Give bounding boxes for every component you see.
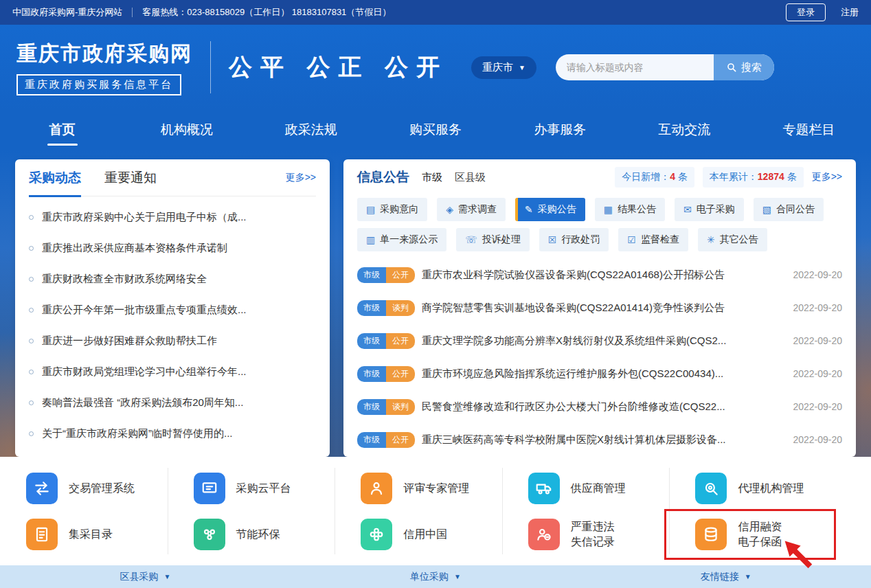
news-text: 重庆市政府采购中心关于启用电子中标（成...: [42, 211, 247, 224]
news-text: 重庆公开今年第一批市级重点专项重点绩效...: [42, 304, 247, 317]
service-expert-management[interactable]: 评审专家管理: [335, 465, 502, 511]
region-selector[interactable]: 重庆市 ▼: [471, 56, 536, 79]
filter-procurement-announcement[interactable]: ✎采购公告: [515, 198, 585, 221]
pointer-arrow-icon: [782, 538, 813, 569]
register-link[interactable]: 注册: [841, 6, 859, 19]
nav-item-organization[interactable]: 机构概况: [124, 113, 249, 147]
page: 中国政府采购网-重庆分网站 客服热线：023-88158029（工作日） 181…: [0, 0, 871, 588]
nav-item-regulations[interactable]: 政采法规: [249, 113, 373, 147]
hotline-text: 客服热线：023-88158029（工作日） 18183107831（节假日）: [142, 6, 391, 19]
news-item[interactable]: 关于“重庆市政府采购网”临时暂停使用的...: [29, 418, 316, 449]
filter-other-announcements[interactable]: ✳其它公告: [698, 228, 767, 251]
search-bar: 搜索: [556, 54, 774, 80]
announcement-title: 重庆市环境应急风险指挥系统运行维护服务外包(CQS22C00434)...: [422, 368, 784, 381]
filter-complaint-handling[interactable]: ☏投诉处理: [456, 228, 530, 251]
filter-result-announcement[interactable]: ▦结果公告: [595, 198, 665, 221]
footer-district-procurement[interactable]: 区县采购▼: [120, 571, 170, 583]
filter-row-2: ▥单一来源公示 ☏投诉处理 ☒行政处罚 ☑监督检查 ✳其它公告: [357, 228, 842, 251]
site-logo[interactable]: 重庆市政府采购网 重庆政府购买服务信息平台: [16, 40, 192, 95]
filter-label: 其它公告: [720, 234, 758, 246]
news-text: 奏响普法最强音 “政府采购法颁布20周年知...: [42, 396, 243, 409]
login-button[interactable]: 登录: [786, 3, 826, 21]
today-unit: 条: [675, 171, 688, 182]
total-unit: 条: [784, 171, 797, 182]
tab-important-notice[interactable]: 重要通知: [104, 159, 157, 196]
magnifier-icon: [695, 473, 727, 504]
document-icon: [26, 519, 58, 550]
news-item[interactable]: 奏响普法最强音 “政府采购法颁布20周年知...: [29, 387, 316, 418]
filter-contract-announcement[interactable]: ▧合同公告: [754, 198, 824, 221]
nav-item-home[interactable]: 首页: [0, 113, 124, 147]
announcement-row[interactable]: 市级公开 重庆文理学院多功能高分辨率X射线衍射仪及系统组件采购(CQS2... …: [357, 324, 842, 357]
level-badge: 市级: [357, 300, 386, 316]
level-badge: 市级: [357, 267, 386, 283]
news-more-link[interactable]: 更多>>: [286, 172, 316, 184]
service-eco-friendly[interactable]: 节能环保: [168, 511, 335, 557]
service-label: 交易管理系统: [69, 481, 135, 496]
divider: [168, 468, 168, 554]
nav-item-purchase-services[interactable]: 购买服务: [373, 113, 497, 147]
news-item[interactable]: 重庆市财政局党组理论学习中心组举行今年...: [29, 357, 316, 387]
divider: [132, 8, 133, 17]
filter-icon: ✳: [707, 234, 715, 245]
tab-city-level[interactable]: 市级: [422, 171, 442, 184]
filter-supervision-inspection[interactable]: ☑监督检查: [618, 228, 688, 251]
bullet-icon: [29, 246, 34, 251]
bullet-icon: [29, 400, 34, 405]
divider: [335, 468, 335, 554]
announcement-date: 2022-09-20: [793, 401, 842, 412]
service-procurement-cloud[interactable]: 采购云平台: [168, 465, 335, 511]
nav-item-interaction[interactable]: 互动交流: [622, 113, 747, 147]
bullet-icon: [29, 370, 34, 374]
filter-administrative-penalty[interactable]: ☒行政处罚: [539, 228, 609, 251]
service-transaction-system[interactable]: 交易管理系统: [0, 465, 168, 511]
bullet-icon: [29, 308, 34, 313]
transaction-icon: [26, 473, 58, 504]
filter-label: 采购公告: [538, 203, 576, 216]
announcement-row[interactable]: 市级公开 重庆市农业科学院试验仪器设备采购(CQS22A01468)公开招标公告…: [357, 258, 842, 291]
news-item[interactable]: 重庆公开今年第一批市级重点专项重点绩效...: [29, 295, 316, 326]
footer-friendly-links[interactable]: 友情链接▼: [701, 571, 751, 583]
nav-item-topics[interactable]: 专题栏目: [747, 113, 871, 147]
type-badge: 公开: [386, 366, 415, 382]
site-name: 中国政府采购网-重庆分网站: [12, 6, 122, 19]
announcement-row[interactable]: 市级谈判 商学院智慧零售实训基地设备采购(CQS22A01414)竞争性谈判公告…: [357, 291, 842, 324]
filter-single-source[interactable]: ▥单一来源公示: [357, 228, 446, 251]
announcement-row[interactable]: 市级公开 重庆市环境应急风险指挥系统运行维护服务外包(CQS22C00434).…: [357, 357, 842, 390]
announcement-row[interactable]: 市级公开 重庆三峡医药高等专科学校附属中医院X射线计算机体层摄影设备... 20…: [357, 423, 842, 456]
service-supplier-management[interactable]: 供应商管理: [502, 465, 670, 511]
service-dishonesty-records[interactable]: 严重违法失信记录: [502, 511, 670, 557]
header: 重庆市政府采购网 重庆政府购买服务信息平台 公平 公正 公开 重庆市 ▼ 搜索: [0, 25, 871, 110]
search-button-label: 搜索: [741, 61, 762, 74]
news-item[interactable]: 重庆市政府采购中心关于启用电子中标（成...: [29, 202, 316, 233]
announcements-header: 信息公告 市级 区县级 今日新增：4 条 本年累计：12874 条 更多>>: [357, 159, 842, 195]
filter-demand-survey[interactable]: ◈需求调查: [437, 198, 506, 221]
announcement-row[interactable]: 市级谈判 民警食堂维修改造和行政区办公大楼大门外台阶维修改造(CQS22... …: [357, 390, 842, 423]
announcements-title: 信息公告: [357, 168, 409, 186]
footer-unit-procurement[interactable]: 单位采购▼: [410, 571, 461, 583]
filter-label: 单一来源公示: [380, 234, 438, 246]
service-credit-china[interactable]: 信用中国: [335, 511, 502, 557]
nav-item-affairs[interactable]: 办事服务: [498, 113, 622, 147]
footer-link-label: 友情链接: [701, 571, 739, 583]
service-agency-management[interactable]: 代理机构管理: [669, 465, 837, 511]
bullet-icon: [29, 215, 34, 220]
announcements-more-link[interactable]: 更多>>: [812, 171, 842, 183]
news-item[interactable]: 重庆推出政采供应商基本资格条件承诺制: [29, 233, 316, 264]
filter-procurement-intent[interactable]: ▤采购意向: [357, 198, 427, 221]
logo-subtitle: 重庆政府购买服务信息平台: [16, 74, 181, 95]
filter-icon: ▤: [366, 204, 375, 215]
filter-e-procurement[interactable]: ✉电子采购: [675, 198, 744, 221]
tab-procurement-news[interactable]: 采购动态: [29, 159, 81, 196]
chevron-down-icon: ▼: [454, 573, 461, 580]
bullet-icon: [29, 431, 34, 436]
news-item[interactable]: 重庆进一步做好困难群众救助帮扶工作: [29, 326, 316, 357]
tab-district-level[interactable]: 区县级: [455, 171, 486, 184]
announcements-panel: 信息公告 市级 区县级 今日新增：4 条 本年累计：12874 条 更多>> ▤…: [343, 159, 856, 457]
level-badge: 市级: [357, 399, 386, 415]
search-input[interactable]: [556, 62, 714, 73]
service-catalog[interactable]: 集采目录: [0, 511, 168, 557]
search-icon: [726, 62, 737, 73]
news-item[interactable]: 重庆财政检查全市财政系统网络安全: [29, 264, 316, 295]
search-button[interactable]: 搜索: [714, 54, 774, 80]
